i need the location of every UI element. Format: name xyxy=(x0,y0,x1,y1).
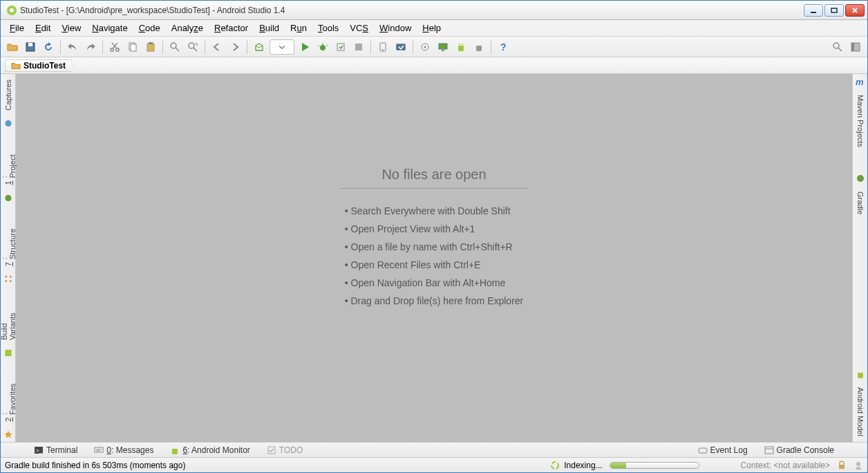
menu-analyze[interactable]: Analyze xyxy=(167,21,208,35)
tool-windows-icon[interactable] xyxy=(848,39,863,55)
svg-point-30 xyxy=(424,46,426,48)
tool-window-event-log[interactable]: Event Log xyxy=(695,444,751,456)
make-project-icon[interactable] xyxy=(252,39,267,55)
editor-empty-state[interactable]: No files are open • Search Everywhere wi… xyxy=(16,74,852,442)
help-icon[interactable]: ? xyxy=(496,39,511,55)
menu-build[interactable]: Build xyxy=(254,21,284,35)
menu-vcs[interactable]: VCS xyxy=(345,21,373,35)
attach-debugger-icon[interactable] xyxy=(333,39,348,55)
find-icon[interactable] xyxy=(167,39,182,55)
bottom-tool-bar: >_ Terminal 0: Messages 6: Android Monit… xyxy=(1,442,867,457)
status-context[interactable]: Context: <not available> xyxy=(741,461,830,470)
menu-file[interactable]: File xyxy=(5,21,29,35)
maximize-button[interactable] xyxy=(824,4,844,17)
tool-window-android-model[interactable]: Android Model xyxy=(856,384,865,439)
svg-text:m: m xyxy=(856,77,864,86)
save-icon[interactable] xyxy=(23,39,38,55)
breadcrumb: StudioTest xyxy=(1,57,867,74)
svg-point-27 xyxy=(382,49,384,50)
svg-rect-42 xyxy=(5,350,11,356)
svg-line-22 xyxy=(318,45,319,46)
open-icon[interactable] xyxy=(5,39,20,55)
close-button[interactable] xyxy=(845,4,865,17)
back-icon[interactable] xyxy=(209,39,225,55)
forward-icon[interactable] xyxy=(227,39,243,55)
svg-rect-7 xyxy=(28,43,32,46)
svg-point-36 xyxy=(833,43,839,48)
breadcrumb-project[interactable]: StudioTest xyxy=(5,59,72,72)
tool-window-gradle-console[interactable]: Gradle Console xyxy=(762,444,837,456)
ddms-icon[interactable] xyxy=(417,39,433,55)
tool-window-favorites[interactable]: 2: Favorites xyxy=(0,380,17,425)
tool-window-todo[interactable]: TODO xyxy=(264,444,305,456)
svg-point-41 xyxy=(5,195,11,201)
tip: • Open a file by name with Ctrl+Shift+R xyxy=(345,241,524,252)
svg-rect-55 xyxy=(839,465,845,469)
app-icon xyxy=(6,5,17,16)
svg-rect-24 xyxy=(337,44,344,50)
tip: • Drag and Drop file(s) here from Explor… xyxy=(345,295,524,306)
separator xyxy=(413,40,413,54)
copy-icon[interactable] xyxy=(125,39,140,55)
tool-window-gradle[interactable]: Gradle xyxy=(856,189,865,217)
android-gray-icon[interactable] xyxy=(471,39,487,55)
editor-tips: • Search Everywhere with Double Shift • … xyxy=(345,205,524,306)
paste-icon[interactable] xyxy=(143,39,158,55)
menu-window[interactable]: Window xyxy=(375,21,416,35)
tool-window-build-variants[interactable]: Build Variants xyxy=(0,295,17,343)
android-green-icon[interactable] xyxy=(453,39,469,55)
separator xyxy=(60,40,61,54)
svg-rect-13 xyxy=(131,44,136,51)
tool-window-structure[interactable]: 7: Structure xyxy=(0,225,17,269)
main-toolbar: ? xyxy=(1,37,867,57)
minimize-button[interactable] xyxy=(804,4,823,17)
tool-window-terminal[interactable]: >_ Terminal xyxy=(31,444,80,456)
svg-point-9 xyxy=(116,48,119,50)
tip: • Open Navigation Bar with Alt+Home xyxy=(345,277,524,288)
svg-line-10 xyxy=(113,43,117,48)
todo-icon xyxy=(267,445,276,455)
monitor-icon[interactable] xyxy=(435,39,451,55)
lock-icon[interactable] xyxy=(837,461,847,470)
svg-point-54 xyxy=(551,462,558,469)
tool-window-captures[interactable]: Captures xyxy=(4,77,12,113)
svg-rect-32 xyxy=(442,50,444,51)
gradle-icon xyxy=(856,174,865,183)
search-everywhere-icon[interactable] xyxy=(830,39,845,55)
debug-icon[interactable] xyxy=(315,39,330,55)
hector-icon[interactable] xyxy=(853,461,863,470)
tool-window-project[interactable]: 1: Project xyxy=(0,150,17,188)
menu-tools[interactable]: Tools xyxy=(313,21,343,35)
svg-point-33 xyxy=(459,44,460,45)
replace-icon[interactable] xyxy=(185,39,200,55)
avd-manager-icon[interactable] xyxy=(375,39,390,55)
redo-icon[interactable] xyxy=(83,39,98,55)
tool-window-maven[interactable]: Maven Projects xyxy=(856,92,865,150)
sdk-manager-icon[interactable] xyxy=(393,39,408,55)
run-config-dropdown[interactable] xyxy=(270,39,294,55)
spinner-icon xyxy=(550,461,560,470)
menu-navigate[interactable]: Navigate xyxy=(87,21,132,35)
tool-window-android-monitor[interactable]: 6: Android Monitor xyxy=(167,444,252,456)
svg-rect-15 xyxy=(149,42,153,44)
run-icon[interactable] xyxy=(297,39,312,55)
right-tool-gutter: m Maven Projects Gradle Android Model xyxy=(852,74,867,442)
undo-icon[interactable] xyxy=(65,39,80,55)
cut-icon[interactable] xyxy=(107,39,122,55)
android-icon xyxy=(170,445,180,455)
tool-window-messages[interactable]: 0: Messages xyxy=(91,444,156,456)
menu-code[interactable]: Code xyxy=(134,21,165,35)
menu-edit[interactable]: Edit xyxy=(30,21,55,35)
menu-refactor[interactable]: Refactor xyxy=(209,21,253,35)
menu-view[interactable]: View xyxy=(57,21,86,35)
gradle-console-icon xyxy=(764,445,774,455)
indexing-progress xyxy=(610,462,699,469)
svg-point-8 xyxy=(111,48,113,50)
svg-point-34 xyxy=(462,44,463,45)
title-bar: StudioTest - [G:\Android\pre_workspace\S… xyxy=(1,1,867,20)
menu-help[interactable]: Help xyxy=(417,21,446,35)
stop-icon[interactable] xyxy=(351,39,366,55)
svg-point-44 xyxy=(857,175,864,182)
refresh-icon[interactable] xyxy=(41,39,56,55)
menu-run[interactable]: Run xyxy=(285,21,312,35)
